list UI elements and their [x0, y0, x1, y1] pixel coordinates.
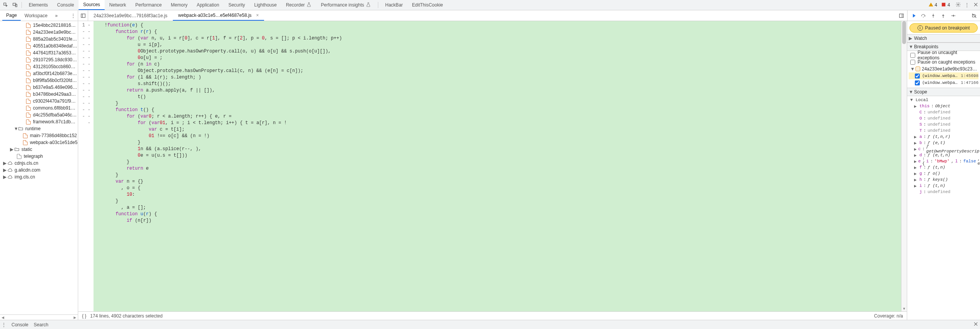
tree-folder[interactable]: ▶static	[0, 146, 78, 153]
tree-file[interactable]: 24a233ee1a9e9bc93c2	[0, 29, 78, 36]
navigator-tab-workspace[interactable]: Workspace	[21, 10, 51, 21]
devtools-tab-hackbar[interactable]: HackBar	[381, 0, 407, 10]
scroll-right-icon[interactable]: ▶	[74, 316, 76, 319]
watch-section-header[interactable]: ▶ Watch	[907, 34, 980, 43]
breakpoint-item[interactable]: (window.webpack…1:47166	[909, 79, 978, 86]
issues-warning-count[interactable]: 4	[928, 2, 937, 8]
tree-file[interactable]: c9302f4470a791f9c8a3	[0, 98, 78, 105]
scope-row[interactable]: ▶c: ƒ getOwnPropertyDescripto	[913, 146, 978, 152]
navigator-more-tabs[interactable]: »	[53, 13, 60, 18]
code-content[interactable]: !function(e) { function r(r) { for (var …	[94, 21, 901, 311]
checkbox[interactable]	[910, 60, 915, 65]
scope-section-header[interactable]: ▼ Scope	[907, 88, 980, 96]
devtools-tab-performance[interactable]: Performance	[131, 0, 166, 10]
tree-file[interactable]: commons.6f8bb91b334	[0, 105, 78, 111]
scope-row[interactable]: ▶this: Object	[913, 103, 978, 109]
devtools-tab-network[interactable]: Network	[105, 0, 131, 10]
settings-gear-icon[interactable]	[955, 2, 961, 8]
deactivate-breakpoints-icon[interactable]	[972, 13, 977, 18]
tree-folder[interactable]: ▼runtime	[0, 125, 78, 132]
devtools-tab-recorder[interactable]: Recorder	[281, 0, 316, 10]
scope-row[interactable]: j: undefined	[913, 189, 978, 195]
devtools-tab-security[interactable]: Security	[224, 0, 250, 10]
tree-file[interactable]: b637e9a5.469e0964e7-	[0, 84, 78, 91]
devtools-tab-memory[interactable]: Memory	[166, 0, 192, 10]
scope-row[interactable]: ▶a: ƒ (t,n,r)	[913, 134, 978, 140]
drawer-menu-icon[interactable]: ⋮	[2, 322, 6, 327]
tree-file[interactable]: 885a20ab5c3401fe9dfe	[0, 36, 78, 43]
inspect-icon[interactable]	[2, 1, 10, 9]
breakpoint-file[interactable]: ▼24a233ee1a9e9bc93c2300…	[909, 65, 978, 72]
scope-row[interactable]: C: undefined	[913, 109, 978, 115]
toggle-debugger-icon[interactable]	[896, 13, 907, 18]
scope-row[interactable]: S: undefined	[913, 121, 978, 128]
navigator-menu-icon[interactable]: ⋮	[69, 13, 78, 18]
step-into-icon[interactable]	[931, 13, 936, 18]
devtools-tab-application[interactable]: Application	[192, 0, 224, 10]
tree-file[interactable]: af3bcf0f142b6873e15ff	[0, 70, 78, 77]
checkbox[interactable]	[915, 80, 920, 85]
device-toggle-icon[interactable]	[11, 1, 19, 9]
tree-file[interactable]: webpack-a03c1e51de5	[0, 139, 78, 146]
close-devtools-icon[interactable]	[973, 2, 978, 8]
tree-label: img.cls.cn	[15, 174, 78, 180]
tree-file[interactable]: telegraph	[0, 153, 78, 160]
devtools-tab-editthiscookie[interactable]: EditThisCookie	[407, 0, 448, 10]
sources-main: 15e4bbc2821881682f324a233ee1a9e9bc93c288…	[0, 21, 980, 320]
scope-row[interactable]: ▼Local	[909, 97, 978, 103]
tree-file[interactable]: 40551a0b8348edaf9ae	[0, 43, 78, 49]
tree-file[interactable]: 43128105bccb860dd86	[0, 63, 78, 70]
tree-file[interactable]: main-77386d48bbc152	[0, 132, 78, 139]
breakpoint-item[interactable]: (window.webpack…1:45698	[909, 72, 978, 79]
tree-file[interactable]: d4c255dfba5a046c97b	[0, 111, 78, 118]
tree-file[interactable]: b34786bed429aa365d9	[0, 91, 78, 98]
step-out-icon[interactable]	[941, 13, 946, 18]
drawer-tab-console[interactable]: Console	[11, 322, 28, 327]
pretty-print-icon[interactable]: { }	[82, 313, 86, 319]
tree-file[interactable]: framework.87c1db2709	[0, 118, 78, 125]
scrollbar-thumb[interactable]	[902, 21, 906, 44]
step-over-icon[interactable]	[921, 13, 926, 18]
scope-row[interactable]: ▶g: ƒ o()	[913, 170, 978, 177]
toggle-navigator-icon[interactable]	[78, 10, 88, 21]
devtools-tab-sources[interactable]: Sources	[79, 0, 105, 10]
devtools-tab-lighthouse[interactable]: Lighthouse	[250, 0, 281, 10]
tree-horizontal-scrollbar[interactable]: ◀ ▶	[0, 314, 78, 320]
breakpoint-option[interactable]: Pause on caught exceptions	[909, 59, 978, 65]
scope-row[interactable]: O: undefined	[913, 115, 978, 121]
editor-vertical-scrollbar[interactable]: ▼	[901, 21, 907, 311]
scope-row[interactable]: ▶i: ƒ (t,n)	[913, 183, 978, 189]
devtools-tab-performance-insights[interactable]: Performance insights	[316, 0, 376, 10]
file-tree[interactable]: 15e4bbc2821881682f324a233ee1a9e9bc93c288…	[0, 21, 78, 314]
scope-row[interactable]: ▶h: ƒ keys()	[913, 177, 978, 183]
step-icon[interactable]	[950, 13, 956, 18]
tree-origin[interactable]: ▶g.alicdn.com	[0, 167, 78, 174]
tree-origin[interactable]: ▶img.cls.cn	[0, 174, 78, 180]
tree-file[interactable]: 15e4bbc2821881682f3	[0, 22, 78, 29]
code-editor[interactable]: 1 - - - - - - - - - - - - - - - - - - - …	[78, 21, 907, 311]
tree-origin[interactable]: ▶cdnjs.cls.cn	[0, 160, 78, 167]
checkbox[interactable]	[910, 53, 915, 58]
scope-row[interactable]: ▶e: {i: 'bMwp', l: false, exp	[913, 158, 978, 164]
tree-file[interactable]: 447641ff317a3653ce72	[0, 49, 78, 56]
file-tab[interactable]: 24a233ee1a9e9bc…79168f3ac1e.js	[88, 10, 173, 21]
close-icon[interactable]: ×	[256, 13, 259, 18]
devtools-tab-elements[interactable]: Elements	[24, 0, 53, 10]
resume-icon[interactable]	[911, 13, 916, 18]
tree-label: 447641ff317a3653ce72	[33, 50, 78, 56]
drawer-tab-search[interactable]: Search	[34, 322, 48, 327]
kebab-menu-icon[interactable]: ⋮	[965, 2, 969, 8]
checkbox[interactable]	[915, 74, 920, 79]
devtools-tab-console[interactable]: Console	[53, 0, 79, 10]
issues-error-count[interactable]: 4	[941, 2, 950, 8]
file-tab[interactable]: webpack-a03c1e5…e5ef4687e58.js×	[173, 10, 264, 21]
scope-row[interactable]: T: undefined	[913, 128, 978, 134]
breakpoint-option[interactable]: Pause on uncaught exceptions	[909, 52, 978, 59]
scroll-left-icon[interactable]: ◀	[2, 316, 4, 319]
tree-file[interactable]: b9f9ffa56b0cf320fd85f	[0, 77, 78, 84]
close-drawer-icon[interactable]	[973, 321, 978, 328]
navigator-tab-page[interactable]: Page	[2, 10, 21, 21]
file-icon	[25, 23, 31, 28]
tree-file[interactable]: 29107295.18dc9302014	[0, 56, 78, 63]
scroll-down-icon[interactable]: ▼	[901, 307, 907, 311]
